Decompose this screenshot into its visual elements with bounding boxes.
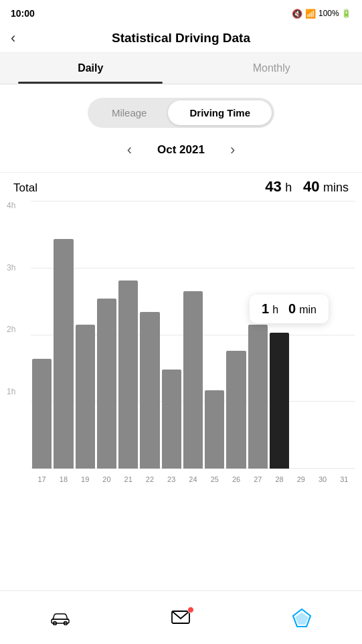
x-label-19: 19 (76, 475, 95, 483)
x-label-30: 30 (312, 475, 332, 483)
x-label-23: 23 (162, 475, 181, 483)
bar-wrapper-17 (32, 201, 52, 469)
total-label: Total (13, 181, 37, 195)
y-label-2h: 2h (7, 325, 15, 334)
y-label-4h: 4h (7, 201, 15, 210)
bar-wrapper-31 (335, 201, 354, 469)
bar-22[interactable] (140, 312, 159, 469)
bar-23[interactable] (162, 370, 181, 469)
x-label-18: 18 (54, 475, 73, 483)
bar-wrapper-25 (205, 201, 224, 469)
tooltip-unit2: min (299, 304, 316, 315)
page-title: Statistical Driving Data (112, 31, 250, 46)
tooltip-unit1: h (272, 304, 278, 315)
bar-wrapper-19 (76, 201, 95, 469)
bar-29[interactable] (291, 467, 310, 469)
bar-wrapper-27 (248, 201, 268, 469)
bar-25[interactable] (205, 390, 224, 469)
bar-wrapper-18 (54, 201, 73, 469)
car-icon (50, 611, 70, 625)
toggle-group: Mileage Driving Time (88, 98, 274, 128)
total-mins: 40 (303, 178, 319, 195)
next-month-button[interactable]: › (225, 139, 240, 161)
tooltip-value: 1 (262, 301, 269, 316)
bar-24[interactable] (183, 291, 203, 469)
status-bar: 10:00 🔇 📶 100% 🔋 (0, 0, 362, 24)
x-label-22: 22 (140, 475, 159, 483)
header: ‹ Statistical Driving Data (0, 24, 362, 53)
y-label-1h: 1h (7, 387, 15, 396)
x-label-31: 31 (335, 475, 354, 483)
bar-wrapper-24 (183, 201, 203, 469)
x-label-24: 24 (183, 475, 203, 483)
toggle-driving-time[interactable]: Driving Time (168, 100, 272, 125)
prev-month-button[interactable]: ‹ (122, 139, 137, 161)
x-label-27: 27 (248, 475, 268, 483)
x-label-21: 21 (118, 475, 138, 483)
x-label-29: 29 (291, 475, 310, 483)
signal-icon: 📶 (305, 9, 316, 19)
bar-31[interactable] (335, 467, 354, 469)
total-value: 43 h 40 mins (265, 178, 349, 195)
bar-18[interactable] (54, 239, 73, 469)
nav-mail[interactable] (157, 603, 204, 633)
tab-bar: Daily Monthly (0, 53, 362, 84)
battery-label: 100% 🔋 (319, 9, 351, 18)
date-nav: ‹ Oct 2021 › (0, 139, 362, 161)
tab-monthly[interactable]: Monthly (181, 53, 363, 84)
status-icons: 🔇 📶 100% 🔋 (292, 9, 351, 19)
bar-26[interactable] (226, 351, 246, 469)
bar-19[interactable] (76, 325, 95, 469)
bar-wrapper-29 (291, 201, 310, 469)
mail-badge (187, 607, 194, 613)
x-label-25: 25 (205, 475, 224, 483)
bar-wrapper-28 (270, 201, 289, 469)
bar-wrapper-22 (140, 201, 159, 469)
bar-wrapper-20 (97, 201, 116, 469)
mail-wrapper (171, 609, 191, 627)
x-label-17: 17 (32, 475, 52, 483)
x-label-26: 26 (226, 475, 246, 483)
x-label-28: 28 (270, 475, 289, 483)
chart-inner: 171819202122232425262728293031 1 h 0 min (31, 201, 355, 489)
bar-wrapper-26 (226, 201, 246, 469)
back-button[interactable]: ‹ (11, 29, 15, 47)
tab-daily[interactable]: Daily (0, 53, 181, 84)
current-month-label: Oct 2021 (157, 143, 205, 157)
bar-28[interactable] (270, 333, 289, 469)
bar-21[interactable] (118, 280, 138, 469)
y-label-3h: 3h (7, 263, 15, 272)
bottom-nav (0, 590, 362, 644)
bars-row (31, 201, 355, 469)
y-axis-labels: 4h 3h 2h 1h (7, 201, 15, 469)
mins-unit: mins (323, 181, 349, 194)
status-time: 10:00 (11, 8, 35, 19)
mute-icon: 🔇 (292, 9, 302, 19)
svg-marker-6 (295, 613, 308, 625)
nav-car[interactable] (37, 605, 84, 631)
chart-container: 4h 3h 2h 1h 1718192021222324252627282930… (0, 201, 362, 509)
x-labels: 171819202122232425262728293031 (31, 470, 355, 489)
tooltip-value2: 0 (288, 301, 296, 316)
bar-17[interactable] (32, 359, 52, 469)
hours-unit: h (285, 181, 292, 194)
x-label-20: 20 (97, 475, 116, 483)
bar-wrapper-21 (118, 201, 138, 469)
nav-map[interactable] (278, 602, 325, 633)
toggle-mileage[interactable]: Mileage (90, 100, 169, 125)
bar-20[interactable] (97, 299, 116, 469)
tooltip: 1 h 0 min (250, 295, 329, 323)
toggle-container: Mileage Driving Time (0, 98, 362, 128)
total-row: Total 43 h 40 mins (0, 172, 362, 198)
total-hours: 43 (265, 178, 281, 195)
bar-wrapper-23 (162, 201, 181, 469)
bar-30[interactable] (312, 467, 332, 469)
bar-wrapper-30 (312, 201, 332, 469)
bar-27[interactable] (248, 325, 268, 469)
map-icon (292, 608, 312, 628)
